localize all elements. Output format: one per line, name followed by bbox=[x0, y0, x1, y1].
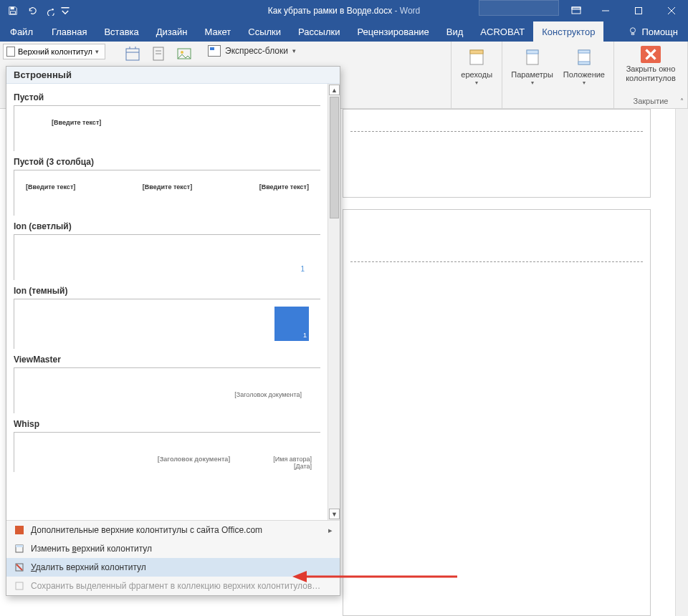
position-icon bbox=[573, 46, 596, 69]
page-number-block: 1 bbox=[274, 307, 309, 341]
close-hf-label-1: Закрыть окно bbox=[626, 64, 676, 74]
gallery-item-name: Whisp bbox=[14, 419, 320, 429]
tab-view[interactable]: Вид bbox=[438, 21, 472, 42]
collapse-ribbon-button[interactable]: ˄ bbox=[680, 97, 684, 105]
menu-item-label: Сохранить выделенный фрагмент в коллекци… bbox=[31, 581, 320, 591]
svg-rect-33 bbox=[16, 582, 23, 589]
ribbon-display-options-button[interactable] bbox=[563, 0, 589, 21]
svg-rect-28 bbox=[15, 526, 24, 534]
ribbon-group-label bbox=[557, 97, 559, 107]
chevron-down-icon: ▾ bbox=[583, 80, 586, 86]
gallery-item-viewmaster[interactable]: [Заголовок документа] bbox=[14, 367, 320, 413]
document-page-1 bbox=[343, 109, 651, 198]
chevron-down-icon: ▾ bbox=[292, 47, 296, 54]
svg-point-9 bbox=[631, 28, 636, 33]
svg-rect-1 bbox=[11, 11, 16, 14]
position-button[interactable]: Положение ▾ bbox=[559, 43, 609, 86]
minimize-button[interactable] bbox=[589, 0, 622, 21]
placeholder-text: [Введите текст] bbox=[52, 119, 101, 126]
gallery-item-blank[interactable]: [Введите текст] bbox=[14, 105, 320, 151]
svg-rect-22 bbox=[527, 50, 538, 54]
tab-references[interactable]: Ссылки bbox=[239, 21, 290, 42]
gallery-footer: Дополнительные верхние колонтитулы с сай… bbox=[6, 520, 340, 595]
quick-parts-label: Экспресс-блоки bbox=[225, 46, 288, 56]
tab-header-footer-design[interactable]: Конструктор bbox=[533, 21, 603, 42]
title-bar: Как убрать рамки в Ворде.docx - Word bbox=[0, 0, 688, 21]
save-button[interactable] bbox=[4, 2, 22, 19]
ribbon-group-label bbox=[476, 97, 478, 107]
options-button[interactable]: Параметры ▾ bbox=[507, 43, 558, 86]
chevron-right-icon: ▸ bbox=[328, 526, 333, 535]
gallery-item-name: Пустой bbox=[14, 92, 320, 102]
save-selection-menu-item: Сохранить выделенный фрагмент в коллекци… bbox=[6, 577, 340, 595]
svg-rect-20 bbox=[470, 50, 483, 54]
placeholder-group: [Имя автора][Дата] bbox=[273, 456, 312, 470]
undo-button[interactable] bbox=[23, 2, 40, 19]
document-page-2 bbox=[343, 209, 651, 616]
gallery-item-ion-dark[interactable]: 1 bbox=[14, 299, 320, 349]
navigation-button[interactable]: ереходы ▾ bbox=[456, 43, 497, 86]
maximize-button[interactable] bbox=[622, 0, 655, 21]
scrollbar-thumb[interactable] bbox=[330, 97, 339, 218]
svg-rect-6 bbox=[636, 8, 642, 14]
gallery-section-header: Встроенный bbox=[6, 67, 340, 84]
edit-icon bbox=[14, 543, 25, 554]
placeholder-text: [Введите текст] bbox=[26, 183, 75, 191]
tab-home[interactable]: Главная bbox=[43, 21, 95, 42]
vertical-scrollbar[interactable] bbox=[675, 109, 688, 616]
header-dropdown-button[interactable]: Верхний колонтитул ▾ bbox=[3, 44, 105, 59]
close-button[interactable] bbox=[655, 0, 688, 21]
remove-header-menu-item[interactable]: Удалить верхний колонтитул bbox=[6, 558, 340, 577]
svg-rect-30 bbox=[16, 545, 23, 547]
page-number: 1 bbox=[23, 248, 312, 273]
scroll-down-button[interactable]: ▼ bbox=[329, 509, 340, 519]
account-area[interactable] bbox=[479, 0, 559, 16]
quick-parts-button[interactable]: Экспресс-блоки ▾ bbox=[204, 44, 300, 58]
options-icon bbox=[521, 46, 544, 69]
edit-header-menu-item[interactable]: Изменить верхний колонтитул bbox=[6, 539, 340, 558]
qat-customize-button[interactable] bbox=[60, 2, 70, 19]
quick-access-toolbar bbox=[0, 2, 70, 19]
svg-rect-0 bbox=[11, 7, 14, 10]
ribbon-group-close-label: Закрытие bbox=[634, 97, 669, 107]
svg-point-18 bbox=[181, 51, 183, 54]
tab-insert[interactable]: Вставка bbox=[95, 21, 147, 42]
gallery-item-blank-3col[interactable]: [Введите текст] [Введите текст] [Введите… bbox=[14, 170, 320, 216]
tell-me-button[interactable]: Помощн bbox=[618, 21, 688, 42]
tab-review[interactable]: Рецензирование bbox=[348, 21, 437, 42]
tab-layout[interactable]: Макет bbox=[196, 21, 239, 42]
page-canvas[interactable] bbox=[343, 109, 651, 616]
gallery-item-whisp[interactable]: [Заголовок документа] [Имя автора][Дата] bbox=[14, 432, 320, 472]
tab-acrobat[interactable]: ACROBAT bbox=[472, 21, 533, 42]
delete-icon bbox=[14, 562, 25, 573]
svg-rect-24 bbox=[578, 50, 590, 53]
gallery-item-name: ViewMaster bbox=[14, 355, 320, 365]
date-time-button[interactable] bbox=[122, 43, 143, 64]
gallery-item-ion-light[interactable]: 1 bbox=[14, 234, 320, 280]
pictures-button[interactable] bbox=[173, 43, 195, 64]
tab-mailings[interactable]: Рассылки bbox=[290, 21, 348, 42]
navigation-label: ереходы bbox=[461, 70, 492, 80]
scroll-up-button[interactable]: ▲ bbox=[329, 85, 340, 95]
position-label: Положение bbox=[563, 70, 605, 80]
document-info-button[interactable] bbox=[148, 43, 169, 64]
tab-design[interactable]: Дизайн bbox=[148, 21, 196, 42]
placeholder-text: [Введите текст] bbox=[259, 183, 309, 191]
gallery-scrollbar[interactable]: ▲ ▼ bbox=[328, 84, 340, 520]
close-header-footer-button[interactable]: Закрыть окно колонтитулов bbox=[618, 43, 683, 82]
tab-file[interactable]: Файл bbox=[0, 21, 43, 42]
menu-item-label: Дополнительные верхние колонтитулы с сай… bbox=[31, 525, 262, 535]
navigation-icon bbox=[465, 46, 488, 69]
placeholder-text: [Введите текст] bbox=[143, 183, 192, 191]
svg-rect-10 bbox=[126, 49, 139, 60]
chevron-down-icon: ▾ bbox=[531, 80, 534, 86]
office-icon bbox=[14, 524, 25, 536]
menu-item-label: Изменить верхний колонтитул bbox=[31, 544, 152, 554]
redo-button[interactable] bbox=[42, 2, 59, 19]
header-boundary-line bbox=[350, 131, 643, 132]
tell-me-label: Помощн bbox=[641, 27, 678, 37]
ribbon-tabs: Файл Главная Вставка Дизайн Макет Ссылки… bbox=[0, 21, 688, 42]
save-gallery-icon bbox=[14, 580, 25, 592]
ribbon-small-buttons bbox=[122, 43, 195, 64]
more-headers-office-com[interactable]: Дополнительные верхние колонтитулы с сай… bbox=[6, 521, 340, 539]
